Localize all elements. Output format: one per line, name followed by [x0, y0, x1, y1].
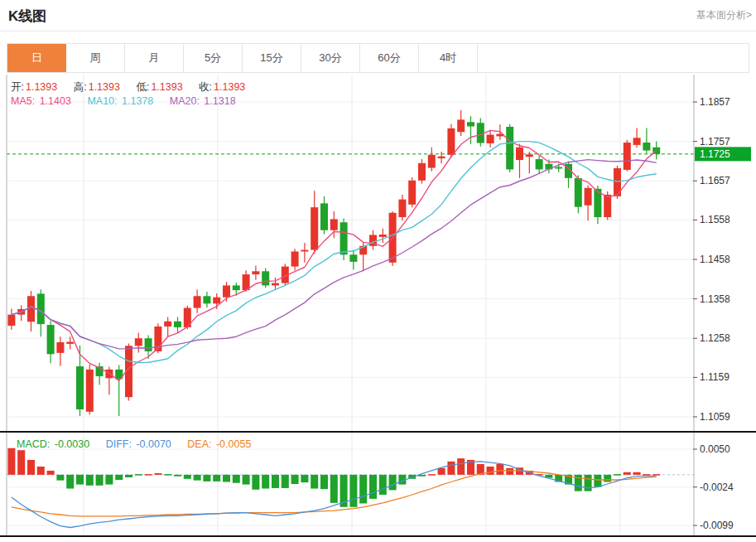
ma5-label: MA5:: [11, 95, 35, 107]
macd-legend: MACD: -0.0030 DIFF: -0.0070 DEA: -0.0055: [17, 438, 264, 450]
y-axis-label: 1.1059: [700, 411, 730, 423]
y-axis-label: 1.1258: [700, 332, 730, 344]
y-axis-label: 1.1657: [700, 175, 730, 186]
y-axis-label: 1.1458: [700, 254, 730, 265]
open-value: 1.1393: [26, 81, 57, 93]
ma5-value: 1.1403: [40, 95, 71, 107]
diff-label: DIFF:: [106, 438, 132, 450]
ma-legend: MA5: 1.1403 MA10: 1.1378 MA20: 1.1318: [11, 95, 249, 107]
dea-label: DEA:: [187, 438, 211, 450]
low-value: 1.1393: [151, 81, 182, 93]
candles-layer: [7, 110, 660, 416]
y-axis-label: 1.1757: [700, 136, 730, 148]
macd-axis-label: -0.0024: [700, 482, 734, 493]
grid-layer: [7, 75, 694, 536]
low-label: 低:: [136, 81, 149, 93]
current-price-tag-label: 1.1725: [700, 148, 730, 160]
current-price-tag: 1.1725: [695, 147, 751, 161]
kline-page: K线图 基本面分析> 日周月5分15分30分60分4时 1.18571.1757…: [0, 0, 756, 542]
diff-value: -0.0070: [136, 438, 171, 450]
y-axis-label: 1.1558: [700, 214, 730, 225]
close-label: 收:: [199, 81, 212, 93]
ma10-value: 1.1378: [122, 95, 153, 107]
macd-label: MACD:: [17, 438, 50, 450]
y-axis-label: 1.1159: [700, 371, 730, 383]
y-axis-label: 1.1358: [700, 293, 730, 305]
ma10-line: [12, 142, 657, 363]
ma20-label: MA20:: [170, 95, 200, 107]
macd-axis-label: -0.0099: [700, 520, 734, 531]
ma20-value: 1.1318: [204, 95, 235, 107]
high-value: 1.1393: [89, 81, 120, 93]
high-label: 高:: [74, 81, 87, 93]
macd-value: -0.0030: [55, 438, 89, 450]
ohlc-legend: 开:1.1393 高:1.1393 低:1.1393 收:1.1393: [11, 80, 258, 94]
close-value: 1.1393: [214, 81, 245, 93]
macd-axis-label: 0.0050: [700, 443, 730, 455]
ma10-label: MA10:: [87, 95, 117, 107]
y-axis-label: 1.1857: [700, 96, 730, 108]
dea-value: -0.0055: [216, 438, 251, 450]
open-label: 开:: [11, 81, 24, 93]
macd-layer: [7, 448, 660, 528]
